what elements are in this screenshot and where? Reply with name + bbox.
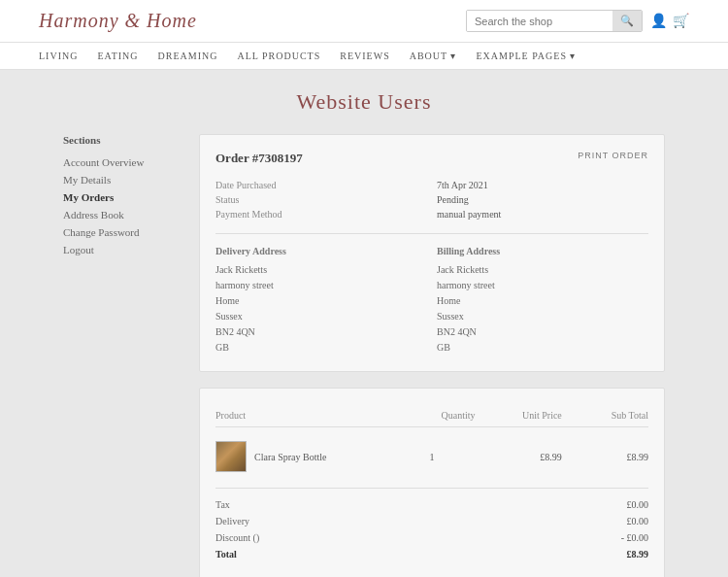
nav-item-eating[interactable]: EATING (97, 51, 138, 61)
discount-value: - £0.00 (621, 532, 648, 543)
order-header: Order #7308197 PRINT ORDER (215, 151, 648, 166)
delivery-county: Sussex (215, 309, 427, 324)
delivery-postcode: BN2 4QN (215, 324, 427, 340)
billing-city: Home (437, 293, 648, 309)
sidebar: Sections Account Overview My Details My … (63, 134, 180, 577)
order-details-card: Order #7308197 PRINT ORDER Date Purchase… (199, 134, 665, 372)
sidebar-item-account-overview[interactable]: Account Overview (63, 153, 180, 171)
order-number: Order #7308197 (215, 151, 303, 166)
status-value: Pending (437, 194, 648, 205)
search-input[interactable] (467, 11, 612, 31)
tax-label: Tax (215, 499, 230, 510)
cart-icon[interactable]: 🛒 (673, 13, 689, 29)
product-info: Clara Spray Bottle (215, 441, 388, 472)
search-button[interactable]: 🔍 (612, 11, 642, 31)
nav-item-dreaming[interactable]: DREAMING (158, 51, 218, 61)
header-right: 🔍 👤 🛒 (466, 10, 689, 32)
billing-name: Jack Ricketts (437, 262, 648, 278)
col-unit-price: Unit Price (476, 410, 562, 421)
header-icons: 👤 🛒 (650, 13, 689, 29)
address-grid: Delivery Address Jack Ricketts harmony s… (215, 246, 648, 356)
page-title: Website Users (0, 89, 728, 115)
col-product: Product (215, 410, 388, 421)
col-quantity: Quantity (388, 410, 475, 421)
totals-section: Tax £0.00 Delivery £0.00 Discount () - £… (215, 488, 648, 562)
address-divider (215, 233, 648, 234)
main-background: Website Users Sections Account Overview … (0, 70, 728, 577)
product-table-card: Product Quantity Unit Price Sub Total Cl… (199, 388, 665, 577)
tax-value: £0.00 (627, 499, 649, 510)
site-header: Harmony & Home 🔍 👤 🛒 (0, 0, 728, 43)
delivery-country: GB (215, 340, 427, 356)
delivery-name: Jack Ricketts (215, 262, 427, 278)
delivery-city: Home (215, 293, 427, 309)
totals-row-total: Total £8.99 (215, 546, 648, 562)
billing-address-block: Billing Address Jack Ricketts harmony st… (437, 246, 648, 356)
user-icon[interactable]: 👤 (650, 13, 667, 29)
billing-address-title: Billing Address (437, 246, 648, 256)
col-subtotal: Sub Total (562, 410, 648, 421)
order-details-grid: Date Purchased 7th Apr 2021 Status Pendi… (215, 180, 648, 220)
product-quantity: 1 (388, 452, 475, 462)
nav-item-example-pages[interactable]: EXAMPLE PAGES ▾ (476, 51, 576, 61)
product-image (215, 441, 247, 472)
delivery-street: harmony street (215, 278, 427, 293)
total-value: £8.99 (627, 549, 649, 560)
nav-item-living[interactable]: LIVING (39, 51, 78, 61)
billing-country: GB (437, 340, 648, 356)
nav-item-all-products[interactable]: ALL PRODUCTS (237, 51, 320, 61)
totals-row-delivery: Delivery £0.00 (215, 513, 648, 529)
totals-row-discount: Discount () - £0.00 (215, 529, 648, 546)
sidebar-item-change-password[interactable]: Change Password (63, 223, 180, 241)
sidebar-item-my-details[interactable]: My Details (63, 171, 180, 188)
sidebar-item-logout[interactable]: Logout (63, 241, 180, 258)
sidebar-sections-label: Sections (63, 134, 180, 146)
sidebar-item-my-orders[interactable]: My Orders (63, 188, 180, 206)
main-nav: LIVING EATING DREAMING ALL PRODUCTS REVI… (0, 43, 728, 70)
payment-label: Payment Method (215, 209, 427, 220)
discount-label: Discount () (215, 532, 259, 543)
billing-county: Sussex (437, 309, 648, 324)
billing-street: harmony street (437, 278, 648, 293)
print-order-button[interactable]: PRINT ORDER (578, 151, 648, 160)
delivery-address-title: Delivery Address (215, 246, 427, 256)
product-unit-price: £8.99 (476, 452, 562, 462)
product-image-inner (216, 442, 246, 471)
product-name: Clara Spray Bottle (254, 452, 326, 462)
payment-value: manual payment (437, 209, 648, 220)
nav-item-reviews[interactable]: REVIEWS (340, 51, 389, 61)
nav-item-about[interactable]: ABOUT ▾ (410, 51, 457, 61)
delivery-label: Delivery (215, 516, 249, 526)
status-label: Status (215, 194, 427, 205)
product-subtotal: £8.99 (562, 452, 648, 462)
date-label: Date Purchased (215, 180, 427, 190)
order-section: Order #7308197 PRINT ORDER Date Purchase… (199, 134, 665, 577)
sidebar-item-address-book[interactable]: Address Book (63, 206, 180, 223)
search-wrapper: 🔍 (466, 10, 643, 32)
product-table-header: Product Quantity Unit Price Sub Total (215, 404, 648, 427)
totals-row-tax: Tax £0.00 (215, 496, 648, 513)
table-row: Clara Spray Bottle 1 £8.99 £8.99 (215, 435, 648, 478)
delivery-address-block: Delivery Address Jack Ricketts harmony s… (215, 246, 427, 356)
total-label: Total (215, 549, 237, 560)
site-logo: Harmony & Home (39, 10, 197, 32)
billing-postcode: BN2 4QN (437, 324, 648, 340)
content-wrapper: Sections Account Overview My Details My … (63, 134, 665, 577)
delivery-value: £0.00 (627, 516, 649, 526)
date-value: 7th Apr 2021 (437, 180, 648, 190)
